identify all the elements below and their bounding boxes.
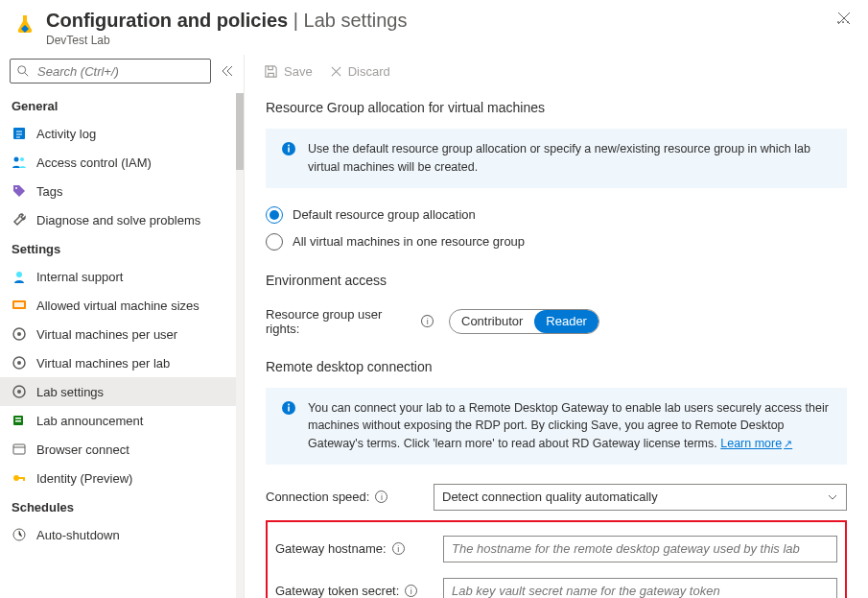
discard-button[interactable]: Discard <box>330 64 390 79</box>
people-icon <box>12 155 27 170</box>
save-button[interactable]: Save <box>264 64 313 79</box>
svg-rect-26 <box>288 406 290 411</box>
wrench-icon <box>12 212 27 227</box>
nav-section-settings: Settings <box>0 234 236 262</box>
svg-point-0 <box>18 66 26 74</box>
save-icon <box>264 64 278 79</box>
info-icon <box>281 400 296 416</box>
gateway-token-secret-label: Gateway token secret: i <box>275 584 443 598</box>
radio-default-rg[interactable]: Default resource group allocation <box>266 202 847 228</box>
nav-menu: General Activity log Access control (IAM… <box>0 91 244 598</box>
svg-point-5 <box>16 272 22 277</box>
page-title: Configuration and policies | Lab setting… <box>46 10 826 32</box>
toggle-reader[interactable]: Reader <box>534 310 598 333</box>
vm-sizes-icon <box>12 298 27 313</box>
clock-icon <box>12 527 27 542</box>
radio-icon <box>266 233 283 251</box>
svg-point-13 <box>17 390 21 394</box>
svg-point-3 <box>20 157 24 161</box>
gateway-token-secret-input[interactable] <box>443 578 837 598</box>
search-icon <box>16 64 30 78</box>
learn-more-link[interactable]: Learn more↗ <box>720 437 792 450</box>
sidebar-item-auto-shutdown[interactable]: Auto-shutdown <box>0 520 236 549</box>
gateway-hostname-label: Gateway hostname: i <box>275 541 443 556</box>
sidebar-item-lab-settings[interactable]: Lab settings <box>0 377 236 406</box>
info-icon <box>281 141 296 156</box>
gear-icon <box>12 355 27 371</box>
gear-icon <box>12 384 27 399</box>
svg-rect-20 <box>23 477 25 481</box>
toggle-contributor[interactable]: Contributor <box>450 310 534 333</box>
svg-point-27 <box>288 403 290 405</box>
section-env-title: Environment access <box>266 273 847 288</box>
sidebar-item-internal-support[interactable]: Internal support <box>0 262 236 291</box>
external-link-icon: ↗ <box>784 438 792 449</box>
connection-speed-dropdown[interactable]: Detect connection quality automatically <box>434 484 847 511</box>
svg-point-4 <box>15 187 17 189</box>
search-input[interactable] <box>35 63 204 80</box>
nav-section-general: General <box>0 91 236 119</box>
browser-icon <box>12 442 27 457</box>
sidebar-item-lab-announcement[interactable]: Lab announcement <box>0 406 236 435</box>
close-button[interactable] <box>837 12 851 25</box>
svg-rect-15 <box>15 418 21 419</box>
main-content: Save Discard Resource Group allocation f… <box>245 55 868 598</box>
svg-point-2 <box>14 157 19 162</box>
info-rdp: You can connect your lab to a Remote Des… <box>266 388 847 465</box>
sidebar-item-activity-log[interactable]: Activity log <box>0 119 236 148</box>
sidebar-item-browser-connect[interactable]: Browser connect <box>0 435 236 464</box>
sidebar-item-diagnose[interactable]: Diagnose and solve problems <box>0 205 236 234</box>
sidebar-item-allowed-vm-sizes[interactable]: Allowed virtual machine sizes <box>0 291 236 320</box>
activity-log-icon <box>12 126 27 141</box>
page-subtitle: DevTest Lab <box>46 34 826 47</box>
svg-point-9 <box>17 332 21 336</box>
info-rg-allocation: Use the default resource group allocatio… <box>266 129 847 188</box>
svg-point-11 <box>17 361 21 365</box>
sidebar-item-vm-per-user[interactable]: Virtual machines per user <box>0 320 236 348</box>
discard-icon <box>330 65 342 78</box>
gear-icon <box>12 326 27 342</box>
rg-user-rights-label: Resource group user rights: i <box>266 307 434 336</box>
info-tooltip-icon[interactable]: i <box>375 490 387 503</box>
announcement-icon <box>12 413 27 428</box>
highlighted-gateway-fields: Gateway hostname: i Gateway token secret… <box>266 520 847 598</box>
section-rg-title: Resource Group allocation for virtual ma… <box>266 100 847 115</box>
svg-rect-7 <box>14 302 24 307</box>
sidebar: General Activity log Access control (IAM… <box>0 55 245 598</box>
info-tooltip-icon[interactable]: i <box>392 542 405 555</box>
svg-rect-23 <box>288 148 290 153</box>
gateway-hostname-input[interactable] <box>443 536 837 562</box>
blade-header: Configuration and policies | Lab setting… <box>0 0 868 55</box>
support-icon <box>12 269 27 284</box>
sidebar-item-tags[interactable]: Tags <box>0 177 236 205</box>
user-rights-toggle[interactable]: Contributor Reader <box>449 309 599 334</box>
nav-section-schedules: Schedules <box>0 492 236 520</box>
toolbar: Save Discard <box>245 55 868 88</box>
devtest-lab-icon <box>13 13 36 36</box>
sidebar-item-identity[interactable]: Identity (Preview) <box>0 464 236 492</box>
sidebar-item-access-control[interactable]: Access control (IAM) <box>0 148 236 177</box>
search-box[interactable] <box>10 59 211 84</box>
radio-icon <box>266 206 283 224</box>
info-tooltip-icon[interactable]: i <box>405 585 417 597</box>
svg-point-24 <box>288 145 290 147</box>
collapse-sidebar-button[interactable] <box>221 65 234 77</box>
svg-rect-17 <box>13 444 25 454</box>
sidebar-scrollbar-thumb[interactable] <box>236 93 244 170</box>
sidebar-item-vm-per-lab[interactable]: Virtual machines per lab <box>0 348 236 377</box>
svg-rect-16 <box>15 420 21 422</box>
key-icon <box>12 470 27 486</box>
connection-speed-label: Connection speed: i <box>266 490 434 504</box>
chevron-down-icon <box>827 491 838 503</box>
tag-icon <box>12 183 27 199</box>
radio-all-one-rg[interactable]: All virtual machines in one resource gro… <box>266 228 847 255</box>
info-tooltip-icon[interactable]: i <box>421 315 434 327</box>
section-rdp-title: Remote desktop connection <box>266 359 847 374</box>
